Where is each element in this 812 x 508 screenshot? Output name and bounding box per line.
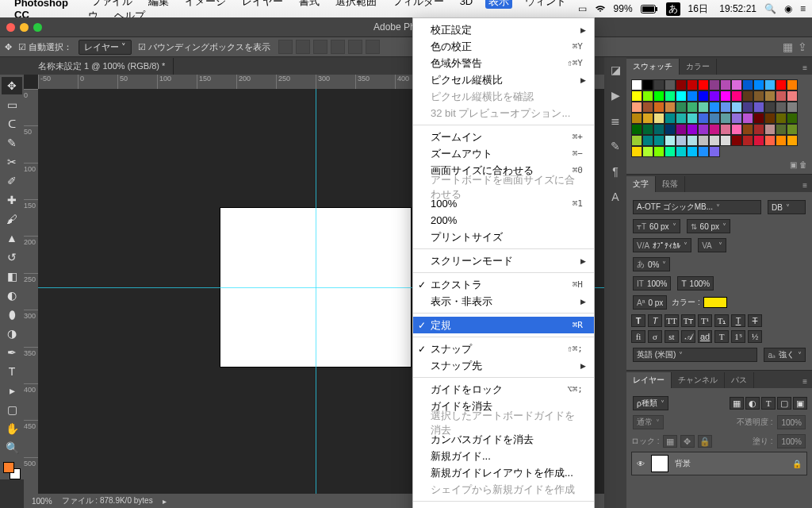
- shape-tool[interactable]: ▢: [2, 401, 22, 418]
- swatch[interactable]: [653, 135, 665, 146]
- vscale-input[interactable]: IT100%: [633, 276, 671, 291]
- fill-input[interactable]: 100%: [777, 434, 806, 448]
- swatch[interactable]: [653, 146, 665, 157]
- swatch[interactable]: [653, 124, 665, 135]
- swatch[interactable]: [698, 146, 709, 157]
- document-tab[interactable]: 名称未設定 1 @ 100% (RGB/8) *: [30, 58, 174, 75]
- foreground-background-colors[interactable]: [3, 462, 21, 479]
- swatch[interactable]: [698, 135, 709, 146]
- swatch[interactable]: [698, 124, 709, 135]
- layer-name[interactable]: 背景: [675, 458, 691, 469]
- swatch[interactable]: [764, 90, 776, 102]
- swatch[interactable]: [676, 90, 687, 102]
- swatch[interactable]: [687, 113, 698, 124]
- swatch[interactable]: [676, 113, 687, 124]
- swatch[interactable]: [731, 135, 742, 146]
- swatch[interactable]: [698, 79, 709, 90]
- menu-選択範囲[interactable]: 選択範囲: [332, 0, 380, 9]
- swatch[interactable]: [787, 102, 798, 113]
- tsume-input[interactable]: あ0%˅: [633, 257, 670, 271]
- menu-表示[interactable]: 表示: [485, 0, 512, 9]
- antialias-dropdown[interactable]: aₐ強く˅: [764, 348, 806, 362]
- swatch[interactable]: [687, 124, 698, 135]
- menu-item[interactable]: 100%⌘1: [413, 195, 594, 212]
- share-icon[interactable]: ⇪: [798, 40, 807, 53]
- new-swatch-icon[interactable]: ▣: [790, 160, 797, 169]
- superscript-button[interactable]: T¹: [698, 314, 712, 327]
- swatch[interactable]: [631, 146, 642, 157]
- swatch[interactable]: [720, 124, 731, 135]
- auto-select-checkbox[interactable]: 自動選択：: [18, 41, 72, 53]
- dodge-tool[interactable]: ◑: [2, 325, 22, 342]
- filter-type-icon[interactable]: T: [761, 397, 776, 410]
- swatch[interactable]: [776, 79, 787, 90]
- menu-item[interactable]: スライスをロック: [413, 505, 594, 508]
- swatch[interactable]: [720, 102, 731, 113]
- swatch[interactable]: [631, 102, 642, 113]
- swatch[interactable]: [709, 113, 720, 124]
- opentype-button[interactable]: 𝒜: [681, 330, 695, 343]
- lock-position-icon[interactable]: ✥: [680, 435, 695, 448]
- swatch[interactable]: [687, 135, 698, 146]
- swatch[interactable]: [642, 124, 653, 135]
- swatch[interactable]: [787, 90, 798, 102]
- swatch[interactable]: [764, 79, 776, 90]
- lasso-tool[interactable]: ᑕ: [2, 115, 22, 133]
- swatch[interactable]: [742, 79, 753, 90]
- move-tool[interactable]: ✥: [2, 77, 22, 94]
- swatch[interactable]: [731, 124, 742, 135]
- delete-swatch-icon[interactable]: 🗑: [799, 160, 807, 169]
- swatch[interactable]: [787, 135, 798, 146]
- opentype-button[interactable]: T: [714, 330, 729, 343]
- notification-center-icon[interactable]: ≡: [800, 3, 806, 14]
- swatch[interactable]: [709, 135, 720, 146]
- tab-character[interactable]: 文字: [626, 176, 656, 192]
- language-dropdown[interactable]: 英語 (米国)˅: [633, 348, 757, 362]
- zoom-level[interactable]: 100%: [32, 497, 52, 506]
- swatch[interactable]: [653, 79, 665, 90]
- swatch[interactable]: [720, 79, 731, 90]
- swatch[interactable]: [687, 79, 698, 90]
- swatch[interactable]: [676, 135, 687, 146]
- swatch[interactable]: [731, 113, 742, 124]
- allcaps-button[interactable]: TT: [665, 314, 679, 327]
- show-bbox-checkbox[interactable]: バウンディングボックスを表示: [138, 41, 270, 53]
- tab-paths[interactable]: パス: [725, 372, 754, 388]
- doc-info[interactable]: ファイル : 878.9K/0 bytes: [62, 495, 153, 506]
- menu-item[interactable]: プリントサイズ: [413, 229, 594, 245]
- opentype-button[interactable]: fi: [631, 330, 645, 343]
- filter-adjust-icon[interactable]: ◐: [745, 397, 760, 410]
- hscale-input[interactable]: T100%: [677, 276, 714, 291]
- swatch[interactable]: [776, 135, 787, 146]
- panel-icon[interactable]: ◪: [611, 64, 621, 76]
- battery-icon[interactable]: [641, 5, 658, 13]
- menu-item[interactable]: ズームイン⌘+: [413, 129, 594, 145]
- menu-item[interactable]: スナップ先: [413, 357, 594, 374]
- menu-item[interactable]: 新規ガイドレイアウトを作成...: [413, 464, 594, 481]
- swatch[interactable]: [731, 102, 742, 113]
- menu-編集[interactable]: 編集: [145, 0, 172, 9]
- opentype-button[interactable]: ½: [748, 330, 762, 343]
- swatch[interactable]: [753, 90, 764, 102]
- pen-tool[interactable]: ✒: [2, 344, 22, 361]
- path-select-tool[interactable]: ▸: [2, 382, 22, 399]
- leading-input[interactable]: ⇅60 px˅: [687, 219, 730, 233]
- swatch[interactable]: [709, 90, 720, 102]
- swatch[interactable]: [631, 79, 642, 90]
- swatch[interactable]: [787, 79, 798, 90]
- filter-smart-icon[interactable]: ▣: [793, 397, 807, 410]
- font-family-dropdown[interactable]: A-OTF ゴシックMB...˅: [633, 200, 761, 214]
- healing-tool[interactable]: ✚: [2, 191, 22, 209]
- opacity-input[interactable]: 100%: [777, 415, 806, 429]
- menu-item[interactable]: スクリーンモード: [413, 252, 594, 269]
- zoom-tool[interactable]: 🔍: [2, 439, 22, 456]
- swatch[interactable]: [787, 113, 798, 124]
- menu-レイヤー[interactable]: レイヤー: [239, 0, 286, 9]
- swatch[interactable]: [642, 102, 653, 113]
- swatch[interactable]: [731, 79, 742, 90]
- swatch[interactable]: [731, 90, 742, 102]
- swatch[interactable]: [709, 124, 720, 135]
- swatch[interactable]: [698, 90, 709, 102]
- baseline-shift-input[interactable]: Aª0 px: [633, 295, 667, 310]
- swatch[interactable]: [642, 79, 653, 90]
